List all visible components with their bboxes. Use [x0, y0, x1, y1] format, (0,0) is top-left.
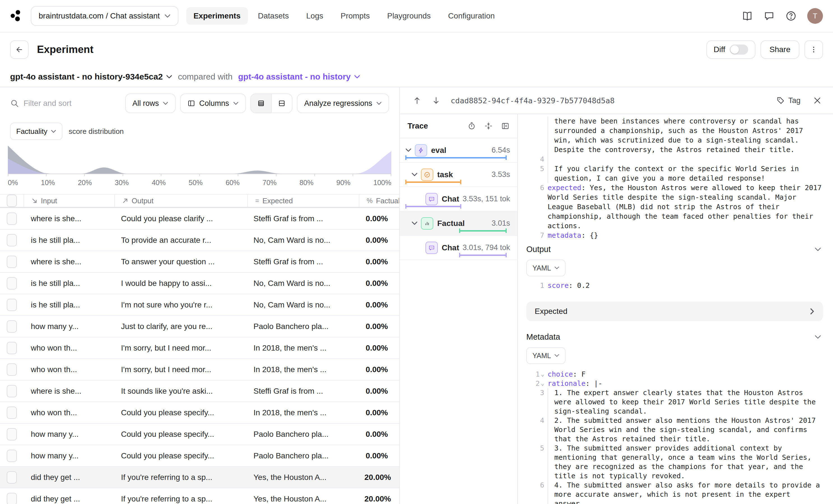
trace-span-chat-1[interactable]: Chat... 3.53s, 151 tok: [400, 187, 517, 211]
line-number: 1: [526, 281, 546, 290]
table-row[interactable]: is he still pla... I'm not sure who you'…: [0, 294, 399, 316]
nav-tab[interactable]: Configuration: [441, 7, 502, 25]
output-code[interactable]: 1 score: 0.2: [526, 281, 823, 290]
diff-switch[interactable]: [730, 45, 748, 55]
next-row-arrow-down-icon[interactable]: [432, 96, 441, 105]
output-section-header[interactable]: Output: [526, 245, 823, 254]
trace-span-factual[interactable]: Factual 3.01s: [400, 211, 517, 236]
table-row[interactable]: how many y... Could you please specify..…: [0, 445, 399, 467]
row-checkbox[interactable]: [7, 385, 17, 397]
analyze-regressions-dropdown[interactable]: Analyze regressions: [297, 94, 389, 113]
filter-input[interactable]: Filter and sort: [10, 99, 121, 108]
tag-button[interactable]: Tag: [777, 96, 801, 105]
row-checkbox[interactable]: [7, 256, 17, 268]
trace-span-chat-2[interactable]: Chat... 3.01s, 794 tok: [400, 236, 517, 260]
select-all-checkbox[interactable]: [7, 195, 17, 207]
table-row[interactable]: where is she... It sounds like you're as…: [0, 381, 399, 402]
comparison-experiment-selector[interactable]: gpt-4o assistant - no history: [238, 72, 360, 81]
nav-tab[interactable]: Experiments: [186, 7, 248, 25]
table-row[interactable]: did they get ... If you're referring to …: [0, 488, 399, 504]
cell-expected: In 2018, the men's ...: [246, 408, 357, 417]
split-rows-view-button[interactable]: [271, 94, 292, 113]
row-checkbox[interactable]: [7, 342, 17, 354]
column-header-factuality[interactable]: % Factuality: [359, 195, 399, 207]
nav-tab[interactable]: Prompts: [333, 7, 377, 25]
table-row[interactable]: who won th... I'm sorry, but I need mor.…: [0, 359, 399, 381]
expected-section-collapsed[interactable]: Expected: [526, 302, 823, 321]
trace-span-eval[interactable]: eval 6.54s: [400, 138, 517, 163]
chevron-down-icon[interactable]: [814, 335, 821, 339]
column-header-input[interactable]: Input: [24, 195, 114, 207]
metadata-format-dropdown[interactable]: YAML: [526, 347, 566, 364]
diff-toggle[interactable]: Diff: [707, 40, 756, 59]
row-density-toggle: [251, 94, 292, 113]
cell-factuality: 20.00%: [357, 495, 399, 503]
previous-row-arrow-up-icon[interactable]: [412, 96, 422, 105]
panel-collapse-icon[interactable]: [501, 122, 509, 130]
axis-tick-label: 0%: [8, 178, 18, 187]
table-row[interactable]: who won th... I'm sorry, but I need mor.…: [0, 337, 399, 359]
code-line: 7⌄ metadata: {}: [526, 231, 823, 240]
code-text: 4. The submitted answer also asks for mo…: [554, 481, 820, 504]
cell-output: I'm sorry, but I need mor...: [114, 365, 246, 374]
row-checkbox[interactable]: [7, 234, 17, 246]
back-button[interactable]: [10, 40, 29, 59]
table-row[interactable]: did they get ... If you're referring to …: [0, 467, 399, 488]
chevron-down-icon[interactable]: [814, 247, 821, 252]
row-checkbox[interactable]: [7, 277, 17, 289]
avatar[interactable]: T: [807, 8, 823, 24]
row-checkbox[interactable]: [7, 213, 17, 225]
table-row[interactable]: where is she... Could you please clarify…: [0, 208, 399, 230]
cell-input: who won th...: [24, 365, 114, 374]
span-duration: 3.53s, 151 tok: [460, 195, 510, 203]
collapse-vertical-icon[interactable]: [484, 122, 493, 130]
columns-dropdown[interactable]: Columns: [180, 94, 246, 113]
nav-tab[interactable]: Logs: [299, 7, 331, 25]
column-header-output[interactable]: Output: [114, 195, 247, 207]
row-checkbox[interactable]: [7, 320, 17, 333]
close-icon[interactable]: [813, 96, 822, 105]
metadata-section-header[interactable]: Metadata: [526, 332, 823, 342]
trace-span-task[interactable]: task 3.53s: [400, 163, 517, 187]
span-doc-code[interactable]: ⌄ there have been instances where contro…: [526, 117, 823, 240]
column-header-expected[interactable]: = Expected: [247, 195, 359, 207]
table-row[interactable]: where is she... To answer your question …: [0, 251, 399, 273]
metadata-code[interactable]: 1⌄ choice: F 2⌄ rationale: |- 3⌄ 1. The …: [526, 369, 823, 504]
help-icon[interactable]: [785, 10, 796, 22]
base-experiment-selector[interactable]: gpt-4o assistant - no history-934e5ca2: [10, 72, 172, 81]
axis-tick-label: 90%: [336, 178, 350, 187]
table-row[interactable]: who won th... Could you please specify..…: [0, 402, 399, 424]
project-selector[interactable]: braintrustdata.com / Chat assistant: [31, 6, 178, 26]
chevron-down-icon[interactable]: [411, 221, 418, 225]
code-line: 4⌄ 2. The submitted answer also mentions…: [526, 416, 823, 443]
stopwatch-icon[interactable]: [468, 122, 476, 130]
metric-selector[interactable]: Factuality: [10, 123, 63, 140]
chevron-down-icon: [376, 102, 382, 105]
table-row[interactable]: is he still pla... To provide an accurat…: [0, 230, 399, 251]
chevron-down-icon[interactable]: [405, 148, 411, 152]
row-checkbox[interactable]: [7, 450, 17, 462]
span-name: Chat...: [442, 243, 460, 252]
chevron-down-icon[interactable]: [411, 172, 418, 177]
cell-factuality: 0.00%: [357, 236, 399, 245]
row-checkbox[interactable]: [7, 471, 17, 484]
row-checkbox[interactable]: [7, 407, 17, 419]
more-options-button[interactable]: [804, 40, 823, 59]
docs-book-icon[interactable]: [742, 10, 753, 22]
braintrust-logo-icon[interactable]: [10, 9, 23, 22]
row-checkbox[interactable]: [7, 493, 17, 504]
table-row[interactable]: how many y... Could you please specify..…: [0, 424, 399, 445]
table-row[interactable]: is he still pla... I would be happy to a…: [0, 273, 399, 294]
row-checkbox[interactable]: [7, 363, 17, 376]
row-checkbox[interactable]: [7, 428, 17, 440]
trace-top-bar: cdad8852-94cf-4f4a-9329-7b577048d5a8 Tag: [400, 87, 833, 114]
nav-tab[interactable]: Playgrounds: [380, 7, 438, 25]
table-row[interactable]: how many y... Just to clarify, are you r…: [0, 316, 399, 337]
share-button[interactable]: Share: [760, 40, 800, 59]
feedback-comment-icon[interactable]: [764, 10, 775, 22]
all-rows-dropdown[interactable]: All rows: [125, 94, 176, 113]
nav-tab[interactable]: Datasets: [251, 7, 296, 25]
dense-rows-view-button[interactable]: [251, 94, 271, 113]
row-checkbox[interactable]: [7, 299, 17, 311]
output-format-dropdown[interactable]: YAML: [526, 260, 566, 277]
